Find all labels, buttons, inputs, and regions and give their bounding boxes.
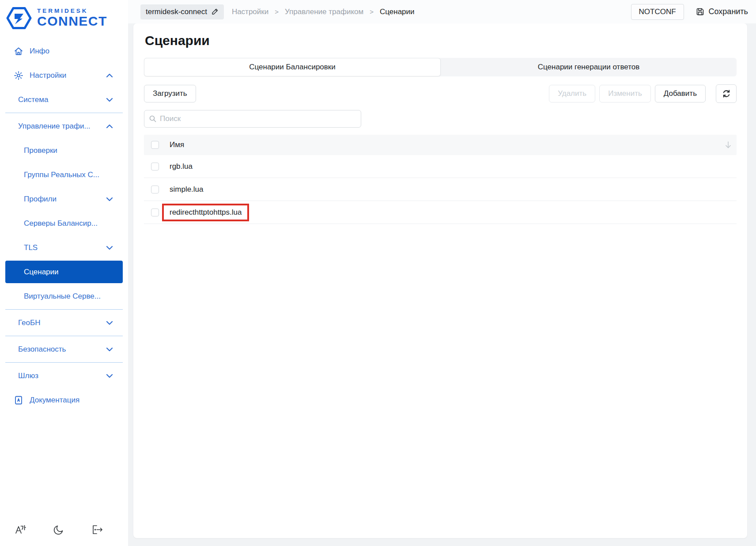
row-checkbox[interactable]: [151, 163, 159, 171]
sidebar-item-tls[interactable]: TLS: [0, 235, 128, 260]
edit-button[interactable]: Изменить: [599, 85, 651, 102]
sidebar-item-geobn[interactable]: ГеоБН: [0, 311, 128, 335]
main-area: termidesk-connect Настройки > Управление…: [128, 0, 756, 546]
sidebar-item-label: Виртуальные Серве...: [24, 292, 101, 301]
moon-icon: [53, 524, 64, 535]
sidebar-item-virtual-servers[interactable]: Виртуальные Серве...: [0, 284, 128, 308]
sidebar-item-scenarios[interactable]: Сценарии: [5, 261, 123, 283]
chevron-down-icon: [106, 246, 113, 250]
sidebar-item-traffic-management[interactable]: Управление трафи...: [0, 114, 128, 138]
sort-descending-icon[interactable]: [723, 140, 733, 150]
red-annotation-box: redirecthttptohttps.lua: [162, 204, 249, 221]
sidebar-item-label: Инфо: [30, 47, 49, 56]
tabs: Сценарии Балансировки Сценарии генерации…: [144, 58, 737, 76]
font-size-icon: [14, 524, 26, 535]
toolbar: Загрузить Удалить Изменить Добавить: [144, 84, 737, 103]
scenarios-table: Имя rgb.lua: [144, 135, 737, 224]
row-name: simple.lua: [170, 185, 204, 194]
breadcrumb-separator: >: [370, 8, 374, 15]
tab-balancing-scenarios[interactable]: Сценарии Балансировки: [144, 58, 441, 76]
row-name: redirecthttptohttps.lua: [170, 208, 242, 217]
breadcrumb-separator: >: [275, 8, 279, 15]
font-size-button[interactable]: [14, 524, 26, 535]
topbar-actions: NOTCONF Сохранить: [631, 4, 748, 20]
sidebar-divider: [5, 362, 123, 363]
notconf-button[interactable]: NOTCONF: [631, 4, 684, 20]
sidebar-item-gateway[interactable]: Шлюз: [0, 364, 128, 388]
sidebar-item-balancing-servers[interactable]: Серверы Балансир...: [0, 211, 128, 235]
topbar: termidesk-connect Настройки > Управление…: [128, 0, 756, 23]
logout-icon: [91, 524, 103, 535]
dark-mode-button[interactable]: [53, 524, 64, 535]
sidebar-item-label: Сценарии: [24, 268, 59, 277]
chevron-up-icon: [106, 124, 113, 129]
column-header-name: Имя: [170, 140, 723, 149]
chevron-down-icon: [106, 197, 113, 201]
sidebar-item-label: Серверы Балансир...: [24, 219, 98, 228]
row-name: rgb.lua: [170, 162, 193, 171]
select-all-checkbox[interactable]: [151, 141, 159, 149]
sidebar-item-label: Шлюз: [18, 372, 38, 380]
save-floppy-icon: [696, 7, 705, 16]
chevron-down-icon: [106, 374, 113, 378]
app-root: TERMIDESK CONNECT Инфо: [0, 0, 756, 546]
row-checkbox[interactable]: [151, 186, 159, 193]
sidebar-item-documentation[interactable]: Документация: [0, 388, 128, 412]
app-logo[interactable]: TERMIDESK CONNECT: [0, 0, 128, 34]
page-title: Сценарии: [145, 33, 737, 48]
breadcrumb-scenarios: Сценарии: [380, 8, 415, 16]
brand-text: TERMIDESK CONNECT: [37, 8, 107, 28]
save-button[interactable]: Сохранить: [696, 7, 748, 16]
sidebar-item-real-server-groups[interactable]: Группы Реальных С...: [0, 163, 128, 187]
sidebar-item-label: Профили: [24, 195, 57, 204]
sidebar-item-label: Система: [18, 95, 48, 104]
row-checkbox[interactable]: [151, 209, 159, 216]
delete-button[interactable]: Удалить: [549, 85, 595, 102]
edit-pencil-icon: [211, 8, 219, 15]
breadcrumb-chip[interactable]: termidesk-connect: [140, 4, 224, 19]
table-header: Имя: [144, 135, 737, 155]
tab-response-generation-scenarios[interactable]: Сценарии генерации ответов: [441, 58, 737, 76]
sidebar-item-label: Управление трафи...: [18, 122, 91, 131]
add-button[interactable]: Добавить: [655, 85, 706, 102]
chevron-up-icon: [106, 73, 113, 78]
table-row[interactable]: simple.lua: [144, 178, 737, 201]
documentation-icon: [13, 395, 24, 406]
sidebar-item-label: Проверки: [24, 146, 57, 155]
sidebar-divider: [5, 336, 123, 336]
breadcrumb: Настройки > Управление трафиком > Сценар…: [232, 8, 415, 16]
sidebar-item-label: ГеоБН: [18, 318, 40, 327]
search-container: [144, 110, 361, 128]
save-button-label: Сохранить: [709, 7, 748, 16]
sidebar-item-profiles[interactable]: Профили: [0, 187, 128, 211]
sidebar-footer: [0, 524, 128, 546]
table-row[interactable]: rgb.lua: [144, 155, 737, 178]
sidebar-item-label: Группы Реальных С...: [24, 171, 99, 179]
sidebar-divider: [5, 113, 123, 113]
refresh-icon: [722, 89, 731, 99]
sidebar-item-system[interactable]: Система: [0, 87, 128, 112]
chevron-down-icon: [106, 347, 113, 352]
sidebar-item-label: TLS: [24, 243, 38, 252]
sidebar-item-security[interactable]: Безопасность: [0, 337, 128, 361]
sidebar-item-label: Безопасность: [18, 345, 66, 354]
sidebar-divider: [5, 309, 123, 310]
brand-subtitle: TERMIDESK: [37, 8, 107, 14]
upload-button[interactable]: Загрузить: [144, 85, 196, 102]
refresh-button[interactable]: [716, 84, 737, 103]
chevron-down-icon: [106, 98, 113, 102]
toolbar-right: Удалить Изменить Добавить: [549, 84, 737, 103]
chevron-down-icon: [106, 321, 113, 325]
table-row[interactable]: redirecthttptohttps.lua: [144, 201, 737, 224]
sidebar-item-label: Настройки: [30, 71, 66, 80]
search-input[interactable]: [144, 110, 361, 128]
brand-title: CONNECT: [37, 14, 107, 28]
breadcrumb-settings[interactable]: Настройки: [232, 8, 268, 16]
gear-icon: [13, 70, 24, 81]
logout-button[interactable]: [91, 524, 103, 535]
sidebar-item-checks[interactable]: Проверки: [0, 138, 128, 163]
sidebar-item-info[interactable]: Инфо: [0, 39, 128, 63]
breadcrumb-traffic-management[interactable]: Управление трафиком: [285, 8, 363, 16]
sidebar-item-settings[interactable]: Настройки: [0, 63, 128, 87]
sidebar: TERMIDESK CONNECT Инфо: [0, 0, 128, 546]
